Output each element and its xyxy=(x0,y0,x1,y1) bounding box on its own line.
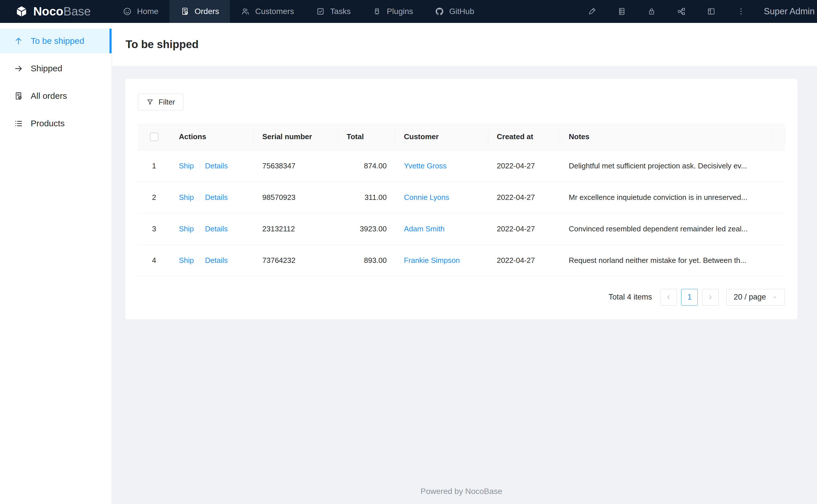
sidebar-item-shipped[interactable]: Shipped xyxy=(0,56,111,81)
row-index: 1 xyxy=(138,150,170,182)
nav-item-label: Home xyxy=(137,7,158,16)
document-check-icon xyxy=(14,91,23,101)
column-header-notes: Notes xyxy=(560,123,772,150)
notes-cell: Convinced resembled dependent remainder … xyxy=(560,213,772,245)
sidebar-item-label: Products xyxy=(31,119,64,128)
main-nav: Home Orders Cust xyxy=(112,0,485,23)
select-all-cell xyxy=(138,123,170,150)
arrow-right-icon xyxy=(14,64,23,73)
total-cell: 3923.00 xyxy=(338,213,395,245)
footer: Powered by NocoBase xyxy=(125,481,798,501)
details-link[interactable]: Details xyxy=(205,193,228,202)
spacer-cell xyxy=(772,213,785,245)
total-cell: 893.00 xyxy=(338,245,395,276)
total-cell: 311.00 xyxy=(338,182,395,213)
nav-item-orders[interactable]: Orders xyxy=(169,0,230,23)
column-header-total: Total xyxy=(338,123,395,150)
customer-link[interactable]: Yvette Gross xyxy=(404,162,447,170)
chevron-left-icon xyxy=(665,294,672,301)
customer-link[interactable]: Frankie Simpson xyxy=(404,256,460,265)
total-cell: 874.00 xyxy=(338,150,395,182)
nav-item-tasks[interactable]: Tasks xyxy=(305,0,362,23)
sidebar-item-products[interactable]: Products xyxy=(0,111,111,136)
nav-item-customers[interactable]: Customers xyxy=(230,0,305,23)
created-at-cell: 2022-04-27 xyxy=(488,182,560,213)
created-at-cell: 2022-04-27 xyxy=(488,245,560,276)
table-row: 4 ShipDetails 73764232 893.00 Frankie Si… xyxy=(138,245,785,276)
filter-button[interactable]: Filter xyxy=(138,94,183,110)
column-header-spacer xyxy=(772,123,785,150)
row-actions: ShipDetails xyxy=(170,245,254,276)
row-index: 2 xyxy=(138,182,170,213)
pagination: Total 4 items 1 20 / page xyxy=(138,289,785,306)
action-divider xyxy=(199,257,199,264)
select-all-checkbox[interactable] xyxy=(150,133,158,141)
highlighter-icon[interactable] xyxy=(577,0,607,23)
serial-number-cell: 98570923 xyxy=(254,182,338,213)
ship-link[interactable]: Ship xyxy=(179,162,194,170)
row-actions: ShipDetails xyxy=(170,213,254,245)
nav-item-home[interactable]: Home xyxy=(112,0,169,23)
checkbox-check-icon xyxy=(316,7,325,16)
column-header-serial-number: Serial number xyxy=(254,123,338,150)
list-icon xyxy=(14,119,23,128)
orders-table-wrap: Actions Serial number Total Customer Cre… xyxy=(138,123,785,276)
nocobase-logo[interactable]: NocoBase xyxy=(0,0,112,23)
nocobase-logo-icon xyxy=(15,5,28,18)
document-check-icon xyxy=(180,7,189,16)
chevron-down-icon xyxy=(772,294,778,300)
ship-link[interactable]: Ship xyxy=(179,225,194,233)
sidebar-item-all-orders[interactable]: All orders xyxy=(0,84,111,108)
details-link[interactable]: Details xyxy=(205,225,228,233)
pagination-prev-button[interactable] xyxy=(660,289,677,306)
pagination-page-1[interactable]: 1 xyxy=(681,289,698,306)
customer-link[interactable]: Adam Smith xyxy=(404,225,445,233)
customer-link[interactable]: Connie Lyons xyxy=(404,193,449,202)
action-divider xyxy=(199,194,199,201)
row-actions: ShipDetails xyxy=(170,150,254,182)
page-header: To be shipped xyxy=(112,23,817,66)
arrow-up-icon xyxy=(14,36,23,46)
column-header-created-at: Created at xyxy=(488,123,560,150)
nav-item-label: Tasks xyxy=(330,7,351,16)
serial-number-cell: 75638347 xyxy=(254,150,338,182)
user-menu[interactable]: Super Admin xyxy=(756,6,817,17)
lock-icon[interactable] xyxy=(637,0,667,23)
notes-cell: Mr excellence inquietude conviction is i… xyxy=(560,182,772,213)
sidebar: To be shipped Shipped All orders xyxy=(0,23,112,504)
nav-item-label: GitHub xyxy=(449,7,474,16)
details-link[interactable]: Details xyxy=(205,256,228,265)
table-row: 2 ShipDetails 98570923 311.00 Connie Lyo… xyxy=(138,182,785,213)
sidebar-item-label: All orders xyxy=(31,91,67,101)
orders-card: Filter Actions Serial number Total xyxy=(125,79,798,319)
pagination-next-button[interactable] xyxy=(702,289,719,306)
action-divider xyxy=(199,225,199,233)
nav-item-github[interactable]: GitHub xyxy=(424,0,485,23)
database-icon[interactable] xyxy=(607,0,637,23)
created-at-cell: 2022-04-27 xyxy=(488,150,560,182)
page-size-select[interactable]: 20 / page xyxy=(726,289,785,306)
table-row: 1 ShipDetails 75638347 874.00 Yvette Gro… xyxy=(138,150,785,182)
logo-text: NocoBase xyxy=(33,5,91,17)
ship-link[interactable]: Ship xyxy=(179,256,194,265)
sidebar-item-to-be-shipped[interactable]: To be shipped xyxy=(0,29,111,53)
layout-icon[interactable] xyxy=(696,0,726,23)
top-navbar: NocoBase Home xyxy=(0,0,817,23)
row-actions: ShipDetails xyxy=(170,182,254,213)
navbar-right: Super Admin xyxy=(577,0,817,23)
more-vertical-icon[interactable] xyxy=(726,0,756,23)
notes-cell: Delightful met sufficient projection ask… xyxy=(560,150,772,182)
logo-text-bold: Noco xyxy=(33,5,63,18)
nav-item-plugins[interactable]: Plugins xyxy=(362,0,424,23)
github-icon xyxy=(435,7,444,16)
filter-button-label: Filter xyxy=(158,98,175,107)
table-header-row: Actions Serial number Total Customer Cre… xyxy=(138,123,785,150)
ship-link[interactable]: Ship xyxy=(179,193,194,202)
serial-number-cell: 23132112 xyxy=(254,213,338,245)
details-link[interactable]: Details xyxy=(205,162,228,170)
table-row: 3 ShipDetails 23132112 3923.00 Adam Smit… xyxy=(138,213,785,245)
row-index: 3 xyxy=(138,213,170,245)
customer-cell: Frankie Simpson xyxy=(395,245,488,276)
page-title: To be shipped xyxy=(125,38,198,51)
api-graph-icon[interactable] xyxy=(667,0,696,23)
